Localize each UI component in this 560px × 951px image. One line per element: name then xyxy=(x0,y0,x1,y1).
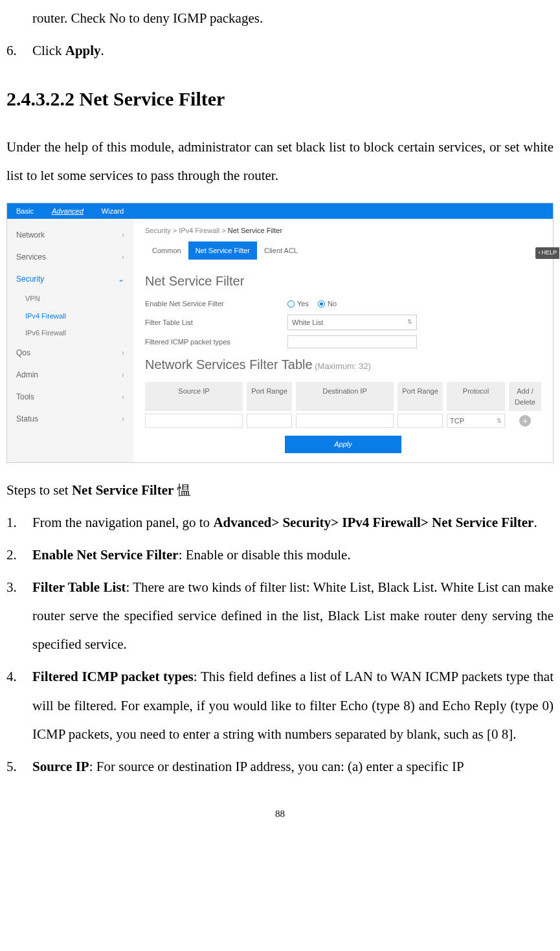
text: : Enable or disable this module. xyxy=(179,547,351,563)
chevron-right-icon: › xyxy=(122,229,124,241)
row-filter-table: Filter Table List White List⇅ xyxy=(145,315,541,331)
select-value: White List xyxy=(292,317,323,328)
top-tabs: Basic Advanced Wizard xyxy=(7,203,553,219)
breadcrumb-current: Net Service Filter xyxy=(228,227,282,234)
title-text: Network Services Filter Table xyxy=(145,357,313,372)
chevron-down-icon: ⌄ xyxy=(118,273,124,285)
bold: Filtered ICMP packet types xyxy=(32,669,194,684)
text: Click xyxy=(32,43,65,58)
th-add-delete: Add / Delete xyxy=(509,382,541,411)
breadcrumb: Security > IPv4 Firewall > Net Service F… xyxy=(145,219,541,241)
section-title-table: Network Services Filter Table (Maximum: … xyxy=(145,355,541,374)
input-port-range2[interactable] xyxy=(398,414,443,428)
filter-table: Source IP Port Range Destination IP Port… xyxy=(145,382,541,428)
step-1: 1. From the navigation panel, go to Adva… xyxy=(6,508,554,537)
section-heading: 2.4.3.2.2 Net Service Filter xyxy=(6,84,554,113)
sidebar-sub-vpn[interactable]: VPN xyxy=(7,290,133,308)
tab-advanced[interactable]: Advanced xyxy=(43,203,93,219)
chevron-right-icon: › xyxy=(122,413,124,425)
list-body: Filtered ICMP packet types: This field d… xyxy=(32,662,554,748)
sidebar-item-network[interactable]: Network› xyxy=(7,224,133,246)
radio-icon xyxy=(318,300,325,308)
sidebar-item-status[interactable]: Status› xyxy=(7,408,133,430)
subtabs: Common Net Service Filter Client ACL xyxy=(145,241,541,260)
radio-no[interactable]: No xyxy=(318,298,337,309)
select-filter-table[interactable]: White List⇅ xyxy=(287,315,417,331)
list-number: 5. xyxy=(6,752,32,781)
chevron-right-icon: › xyxy=(122,369,124,381)
title-max: (Maximum: 32) xyxy=(313,361,371,371)
list-number: 3. xyxy=(6,573,32,658)
list-body: Enable Net Service Filter: Enable or dis… xyxy=(32,541,554,569)
label-filter-table: Filter Table List xyxy=(145,317,287,328)
step-5: 5. Source IP: For source or destination … xyxy=(6,752,554,781)
text: : For source or destination IP address, … xyxy=(89,759,464,774)
select-arrows-icon: ⇅ xyxy=(407,318,412,327)
steps-intro: Steps to set Net Service Filter 愠 xyxy=(6,476,554,504)
th-port-range: Port Range xyxy=(247,382,292,411)
th-port-range2: Port Range xyxy=(398,382,443,411)
tab-wizard[interactable]: Wizard xyxy=(93,203,133,219)
table-header: Source IP Port Range Destination IP Port… xyxy=(145,382,541,411)
breadcrumb-path: Security > IPv4 Firewall > xyxy=(145,227,228,234)
sidebar-item-qos[interactable]: Qos› xyxy=(7,342,133,364)
th-dest-ip: Destination IP xyxy=(296,382,394,411)
add-button[interactable]: + xyxy=(519,415,531,427)
intro-paragraph: Under the help of this module, administr… xyxy=(6,133,554,190)
label: Network xyxy=(16,229,45,241)
chevron-right-icon: › xyxy=(122,347,124,359)
select-protocol[interactable]: TCP⇅ xyxy=(447,414,505,428)
label: Status xyxy=(16,413,38,425)
subtab-net-service-filter[interactable]: Net Service Filter xyxy=(188,241,257,260)
radio-label: No xyxy=(328,298,337,309)
th-source-ip: Source IP xyxy=(145,382,243,411)
label: Security xyxy=(16,273,44,285)
list-body: From the navigation panel, go to Advance… xyxy=(32,508,554,537)
sidebar-item-services[interactable]: Services› xyxy=(7,246,133,268)
sidebar-sub-ipv6[interactable]: IPv6 Firewall xyxy=(7,324,133,342)
select-arrows-icon: ⇅ xyxy=(497,417,502,426)
plus-icon: + xyxy=(522,414,528,428)
apply-button[interactable]: Apply xyxy=(285,436,401,453)
step-2: 2. Enable Net Service Filter: Enable or … xyxy=(6,541,554,569)
label-icmp: Filtered ICMP packet types xyxy=(145,337,287,348)
radio-icon xyxy=(287,300,295,308)
sidebar-item-tools[interactable]: Tools› xyxy=(7,386,133,408)
list-number: 2. xyxy=(6,541,32,569)
input-dest-ip[interactable] xyxy=(296,414,394,428)
label: Qos xyxy=(16,347,30,359)
subtab-client-acl[interactable]: Client ACL xyxy=(257,241,305,260)
row-enable: Enable Net Service Filter Yes No xyxy=(145,298,541,309)
bold: Enable Net Service Filter xyxy=(32,547,179,563)
label: Admin xyxy=(16,369,38,381)
content-pane: ‹HELP Security > IPv4 Firewall > Net Ser… xyxy=(133,219,553,462)
label: Services xyxy=(16,251,46,263)
input-source-ip[interactable] xyxy=(145,414,243,428)
input-icmp[interactable] xyxy=(287,335,417,348)
chevron-left-icon: ‹ xyxy=(538,249,540,258)
th-protocol: Protocol xyxy=(447,382,505,411)
tab-basic[interactable]: Basic xyxy=(7,203,43,219)
row-icmp: Filtered ICMP packet types xyxy=(145,335,541,348)
chevron-right-icon: › xyxy=(122,391,124,403)
bold: Filter Table List xyxy=(32,579,126,595)
bold: Advanced> Security> IPv4 Firewall> Net S… xyxy=(213,515,533,530)
help-button[interactable]: ‹HELP xyxy=(535,247,559,259)
radio-yes[interactable]: Yes xyxy=(287,298,309,309)
prior-text: router. Check No to deny IGMP packages. xyxy=(6,4,554,32)
sidebar-item-security[interactable]: Security⌄ xyxy=(7,268,133,290)
text: . xyxy=(533,515,537,530)
select-value: TCP xyxy=(450,416,464,427)
sidebar-item-admin[interactable]: Admin› xyxy=(7,364,133,386)
table-row: TCP⇅ + xyxy=(145,414,541,428)
list-body: Source IP: For source or destination IP … xyxy=(32,752,554,781)
subtab-common[interactable]: Common xyxy=(145,241,188,260)
cell-add: + xyxy=(509,414,541,428)
step-3: 3. Filter Table List: There are two kind… xyxy=(6,573,554,658)
input-port-range[interactable] xyxy=(247,414,292,428)
text: From the navigation panel, go to xyxy=(32,515,213,530)
sidebar-sub-ipv4[interactable]: IPv4 Firewall xyxy=(7,308,133,325)
list-number: 6. xyxy=(6,36,32,65)
bold-apply: Apply xyxy=(65,43,101,58)
list-number: 4. xyxy=(6,662,32,748)
